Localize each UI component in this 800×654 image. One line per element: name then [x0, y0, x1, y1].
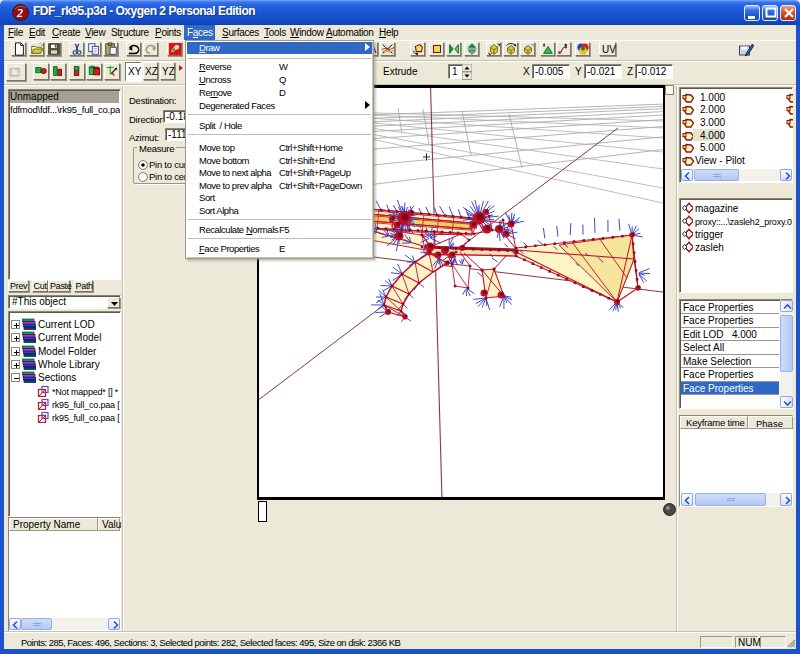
svg-text:2: 2 [16, 6, 23, 20]
